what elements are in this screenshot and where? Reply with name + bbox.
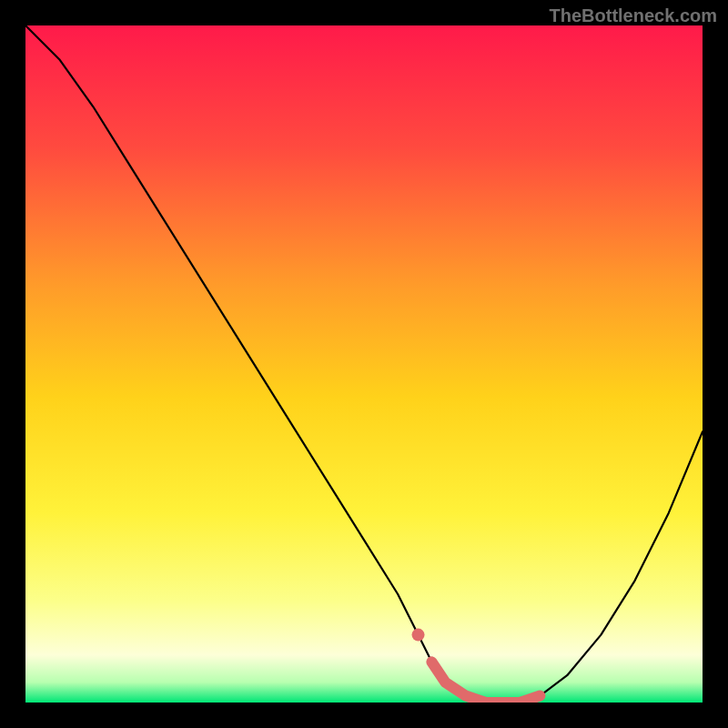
gradient-background: [25, 25, 703, 703]
highlight-dot-icon: [412, 629, 425, 642]
chart-svg: [25, 25, 703, 703]
plot-area: [25, 25, 703, 703]
chart-container: TheBottleneck.com: [0, 0, 728, 728]
watermark-text: TheBottleneck.com: [550, 5, 717, 26]
